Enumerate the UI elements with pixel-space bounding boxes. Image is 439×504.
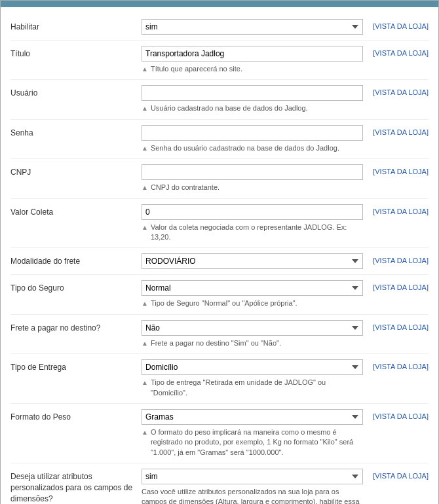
- field-area-frete-destino: NãoSim▲Frete a pagar no destino "Sim" ou…: [142, 320, 363, 348]
- vista-area-habilitar: [VISTA DA LOJA]: [363, 19, 429, 31]
- vista-area-valor-coleta: [VISTA DA LOJA]: [363, 204, 429, 216]
- hint-arrow-icon: ▲: [142, 428, 148, 437]
- hint-text-senha: Senha do usuário cadastrado na base de d…: [151, 143, 363, 153]
- form-row-tipo-seguro: Tipo do SeguroNormalApólice própria▲Tipo…: [10, 275, 429, 314]
- form-row-titulo: Título▲Título que aparecerá no site.[VIS…: [10, 41, 429, 80]
- vista-area-modalidade-frete: [VISTA DA LOJA]: [363, 253, 429, 265]
- hint-arrow-icon: ▲: [142, 378, 148, 387]
- hint-frete-destino: ▲Frete a pagar no destino "Sim" ou "Não"…: [142, 338, 363, 348]
- title-bar: [1, 1, 438, 7]
- label-frete-destino: Frete a pagar no destino?: [10, 320, 142, 334]
- label-formato-peso: Formato do Peso: [10, 409, 142, 423]
- field-area-usuario: ▲Usuário cadastrado na base de dados do …: [142, 85, 363, 113]
- hint-arrow-icon: ▲: [142, 183, 148, 192]
- hint-tipo-entrega: ▲Tipo de entrega "Retirada em unidade de…: [142, 378, 363, 398]
- field-area-modalidade-frete: RODOVIÁRIOAÉREO: [142, 253, 363, 269]
- select-modalidade-frete[interactable]: RODOVIÁRIOAÉREO: [142, 253, 363, 269]
- select-tipo-entrega[interactable]: DomicílioRetirada em unidade de JADLOG: [142, 359, 363, 375]
- label-usuario: Usuário: [10, 85, 142, 99]
- label-habilitar: Habilitar: [10, 19, 142, 33]
- hint-text-tipo-seguro: Tipo de Seguro "Normal" ou "Apólice próp…: [151, 298, 363, 308]
- input-usuario[interactable]: [142, 85, 363, 101]
- hint-arrow-icon: ▲: [142, 104, 148, 113]
- form-row-senha: Senha▲Senha do usuário cadastrado na bas…: [10, 120, 429, 159]
- vista-link-habilitar[interactable]: [VISTA DA LOJA]: [373, 22, 429, 30]
- select-tipo-seguro[interactable]: NormalApólice própria: [142, 280, 363, 296]
- hint-tipo-seguro: ▲Tipo de Seguro "Normal" ou "Apólice pró…: [142, 298, 363, 308]
- vista-area-tipo-seguro: [VISTA DA LOJA]: [363, 280, 429, 292]
- label-modalidade-frete: Modalidade do frete: [10, 253, 142, 267]
- vista-link-atributos-personalizados[interactable]: [VISTA DA LOJA]: [373, 472, 429, 480]
- form-row-habilitar: Habilitarsimnão[VISTA DA LOJA]: [10, 14, 429, 41]
- label-titulo: Título: [10, 46, 142, 60]
- select-frete-destino[interactable]: NãoSim: [142, 320, 363, 336]
- hint-cnpj: ▲CNPJ do contratante.: [142, 183, 363, 192]
- vista-area-titulo: [VISTA DA LOJA]: [363, 46, 429, 58]
- hint-arrow-icon: ▲: [142, 65, 148, 74]
- field-area-cnpj: ▲CNPJ do contratante.: [142, 164, 363, 192]
- hint-valor-coleta: ▲Valor da coleta negociada com o represe…: [142, 223, 363, 243]
- form-row-cnpj: CNPJ▲CNPJ do contratante.[VISTA DA LOJA]: [10, 159, 429, 198]
- hint-titulo: ▲Título que aparecerá no site.: [142, 64, 363, 74]
- vista-link-modalidade-frete[interactable]: [VISTA DA LOJA]: [373, 257, 429, 264]
- hint-text-formato-peso: O formato do peso implicará na maneira c…: [151, 427, 363, 458]
- input-cnpj[interactable]: [142, 164, 363, 180]
- hint-arrow-icon: ▲: [142, 144, 148, 153]
- vista-link-frete-destino[interactable]: [VISTA DA LOJA]: [373, 323, 429, 331]
- select-habilitar[interactable]: simnão: [142, 19, 363, 35]
- hint-text-cnpj: CNPJ do contratante.: [151, 183, 363, 192]
- hint-formato-peso: ▲O formato do peso implicará na maneira …: [142, 427, 363, 458]
- field-area-tipo-entrega: DomicílioRetirada em unidade de JADLOG▲T…: [142, 359, 363, 398]
- main-window: Habilitarsimnão[VISTA DA LOJA]Título▲Tít…: [0, 0, 439, 504]
- input-valor-coleta[interactable]: [142, 204, 363, 220]
- hint-arrow-icon: ▲: [142, 223, 148, 232]
- vista-link-tipo-entrega[interactable]: [VISTA DA LOJA]: [373, 363, 429, 370]
- vista-area-senha: [VISTA DA LOJA]: [363, 125, 429, 137]
- field-area-valor-coleta: ▲Valor da coleta negociada com o represe…: [142, 204, 363, 243]
- hint-senha: ▲Senha do usuário cadastrado na base de …: [142, 143, 363, 153]
- field-area-titulo: ▲Título que aparecerá no site.: [142, 46, 363, 74]
- form-row-usuario: Usuário▲Usuário cadastrado na base de da…: [10, 80, 429, 119]
- form-row-modalidade-frete: Modalidade do freteRODOVIÁRIOAÉREO[VISTA…: [10, 248, 429, 275]
- input-senha[interactable]: [142, 125, 363, 141]
- form-row-tipo-entrega: Tipo de EntregaDomicílioRetirada em unid…: [10, 354, 429, 404]
- field-area-senha: ▲Senha do usuário cadastrado na base de …: [142, 125, 363, 153]
- label-tipo-entrega: Tipo de Entrega: [10, 359, 142, 373]
- select-formato-peso[interactable]: GramasKilos: [142, 409, 363, 425]
- vista-link-senha[interactable]: [VISTA DA LOJA]: [373, 128, 429, 136]
- vista-area-tipo-entrega: [VISTA DA LOJA]: [363, 359, 429, 371]
- vista-link-titulo[interactable]: [VISTA DA LOJA]: [373, 49, 429, 57]
- form-row-atributos-personalizados: Deseja utilizar atributos personalizados…: [10, 463, 429, 504]
- vista-area-frete-destino: [VISTA DA LOJA]: [363, 320, 429, 332]
- hint-text-frete-destino: Frete a pagar no destino "Sim" ou "Não".: [151, 338, 363, 348]
- form-row-frete-destino: Frete a pagar no destino?NãoSim▲Frete a …: [10, 315, 429, 354]
- vista-area-atributos-personalizados: [VISTA DA LOJA]: [363, 469, 429, 480]
- vista-area-cnpj: [VISTA DA LOJA]: [363, 164, 429, 176]
- vista-link-tipo-seguro[interactable]: [VISTA DA LOJA]: [373, 283, 429, 291]
- field-area-habilitar: simnão: [142, 19, 363, 35]
- select-atributos-personalizados[interactable]: simnão: [142, 469, 363, 484]
- form-row-formato-peso: Formato do PesoGramasKilos▲O formato do …: [10, 404, 429, 463]
- vista-link-valor-coleta[interactable]: [VISTA DA LOJA]: [373, 207, 429, 215]
- input-titulo[interactable]: [142, 46, 363, 62]
- hint-text-titulo: Título que aparecerá no site.: [151, 64, 363, 74]
- label-tipo-seguro: Tipo do Seguro: [10, 280, 142, 294]
- hint-text-usuario: Usuário cadastrado na base de dados do J…: [151, 103, 363, 113]
- hint-usuario: ▲Usuário cadastrado na base de dados do …: [142, 103, 363, 113]
- hint-arrow-icon: ▲: [142, 339, 148, 348]
- field-area-atributos-personalizados: simnãoCaso você utilize atributos person…: [142, 469, 363, 504]
- label-valor-coleta: Valor Coleta: [10, 204, 142, 218]
- label-cnpj: CNPJ: [10, 164, 142, 178]
- hint-text-tipo-entrega: Tipo de entrega "Retirada em unidade de …: [151, 378, 363, 398]
- vista-area-formato-peso: [VISTA DA LOJA]: [363, 409, 429, 421]
- field-area-formato-peso: GramasKilos▲O formato do peso implicará …: [142, 409, 363, 458]
- vista-area-usuario: [VISTA DA LOJA]: [363, 85, 429, 97]
- vista-link-cnpj[interactable]: [VISTA DA LOJA]: [373, 168, 429, 175]
- vista-link-usuario[interactable]: [VISTA DA LOJA]: [373, 88, 429, 96]
- label-senha: Senha: [10, 125, 142, 139]
- hint-text-valor-coleta: Valor da coleta negociada com o represen…: [151, 223, 363, 243]
- form-content: Habilitarsimnão[VISTA DA LOJA]Título▲Tít…: [1, 7, 438, 504]
- vista-link-formato-peso[interactable]: [VISTA DA LOJA]: [373, 412, 429, 420]
- label-atributos-personalizados: Deseja utilizar atributos personalizados…: [10, 469, 142, 504]
- hint1-text-atributos-personalizados: Caso você utilize atributos personalizad…: [142, 487, 363, 504]
